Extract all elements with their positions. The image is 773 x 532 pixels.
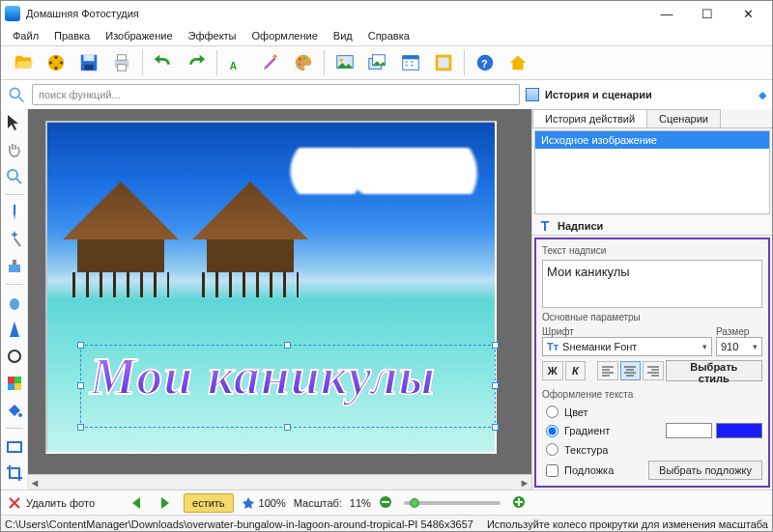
menu-edit[interactable]: Правка — [46, 28, 98, 43]
titlebar: Домашняя Фотостудия — ☐ ✕ — [1, 1, 772, 26]
decor-label: Оформление текста — [542, 389, 762, 400]
calendar-button[interactable] — [396, 48, 425, 77]
svg-rect-39 — [8, 442, 21, 452]
bold-button[interactable]: Ж — [542, 361, 563, 380]
sharpen-tool[interactable] — [5, 320, 24, 339]
menu-view[interactable]: Вид — [326, 28, 360, 43]
dodge-tool[interactable] — [5, 347, 24, 366]
svg-point-33 — [9, 350, 20, 362]
menu-effects[interactable]: Эффекты — [181, 28, 244, 43]
history-item[interactable]: Исходное изображение — [535, 131, 769, 149]
opt-underlay[interactable]: Подложка Выбрать подложку — [546, 461, 762, 480]
svg-line-30 — [14, 238, 20, 246]
brush-tool[interactable] — [5, 203, 24, 222]
italic-button[interactable]: К — [565, 361, 587, 380]
caption-text-input[interactable]: Мои каникулы — [542, 260, 762, 308]
align-left-button[interactable] — [597, 361, 618, 380]
menu-design[interactable]: Оформление — [244, 28, 326, 43]
app-icon — [5, 6, 20, 21]
crop-tool[interactable] — [5, 463, 24, 483]
svg-point-2 — [49, 61, 53, 65]
svg-rect-35 — [14, 377, 21, 383]
shape-tool[interactable] — [5, 436, 24, 456]
scale-value: 11% — [350, 497, 371, 509]
svg-rect-7 — [84, 65, 93, 70]
pin-icon[interactable]: ◆ — [759, 89, 766, 101]
zoom-out-button[interactable] — [379, 495, 392, 511]
color-tool[interactable] — [5, 374, 24, 393]
reel-button[interactable] — [42, 48, 71, 77]
gradient-from-color[interactable] — [666, 423, 712, 438]
fit-button[interactable]: естить — [184, 493, 234, 513]
choose-style-button[interactable]: Выбрать стиль — [666, 360, 762, 381]
save-button[interactable] — [74, 48, 103, 77]
menu-help[interactable]: Справка — [360, 28, 417, 43]
zoom-slider[interactable] — [404, 501, 501, 505]
status-hint: Используйте колесо прокрутки для изменен… — [487, 518, 768, 530]
svg-text:?: ? — [481, 59, 487, 70]
image-canvas[interactable]: Мои каникулы — [45, 121, 497, 454]
next-photo-button[interactable] — [157, 495, 176, 511]
print-button[interactable] — [107, 48, 136, 77]
captions-panel-title: Надписи — [558, 220, 603, 232]
tab-scenarios[interactable]: Сценарии — [646, 109, 721, 127]
menu-image[interactable]: Изображение — [98, 28, 180, 43]
opt-gradient[interactable]: Градиент — [546, 423, 762, 438]
zoom-in-button[interactable] — [512, 495, 526, 511]
history-panel-title: История и сценарии — [545, 89, 652, 100]
opt-texture[interactable]: Текстура — [546, 443, 762, 456]
history-icon — [526, 88, 539, 101]
tab-history[interactable]: История действий — [532, 109, 647, 127]
svg-rect-6 — [84, 55, 95, 61]
svg-rect-41 — [382, 501, 389, 503]
home-button[interactable] — [503, 48, 532, 77]
help-button[interactable]: ? — [471, 48, 500, 77]
blur-tool[interactable] — [5, 293, 24, 312]
picture-button[interactable] — [330, 48, 359, 77]
align-right-button[interactable] — [643, 361, 664, 380]
search-input[interactable] — [32, 84, 520, 105]
undo-button[interactable] — [149, 48, 178, 77]
brush-button[interactable] — [256, 48, 285, 77]
right-panel: История действий Сценарии Исходное изобр… — [531, 109, 772, 490]
zoom-tool[interactable] — [5, 167, 24, 186]
redo-button[interactable] — [182, 48, 211, 77]
fill-tool[interactable] — [5, 401, 24, 420]
pointer-tool[interactable] — [5, 113, 24, 132]
history-list[interactable]: Исходное изображение — [534, 130, 770, 214]
scale-label: Масштаб: — [294, 497, 342, 509]
font-select[interactable]: Tт Sнеманки Fонт ▾ — [542, 337, 712, 356]
minimize-button[interactable]: — — [646, 1, 687, 26]
menu-file[interactable]: Файл — [5, 28, 46, 43]
svg-point-3 — [60, 61, 64, 65]
clone-tool[interactable] — [5, 257, 24, 276]
zoom-100-button[interactable]: 100% — [242, 496, 286, 510]
delete-photo-button[interactable]: Удалить фото — [7, 495, 95, 511]
maximize-button[interactable]: ☐ — [687, 1, 728, 26]
close-button[interactable]: ✕ — [728, 1, 768, 26]
text-button[interactable]: A — [223, 48, 252, 77]
svg-rect-23 — [439, 58, 449, 69]
open-button[interactable] — [9, 48, 38, 77]
pictures-button[interactable] — [363, 48, 392, 77]
wand-tool[interactable] — [5, 230, 24, 249]
size-select[interactable]: 910▾ — [716, 337, 762, 356]
canvas-area[interactable]: Мои каникулы ◄► — [28, 109, 531, 490]
svg-point-15 — [303, 57, 306, 60]
palette-button[interactable] — [289, 48, 318, 77]
choose-underlay-button[interactable]: Выбрать подложку — [648, 461, 762, 480]
svg-point-4 — [54, 67, 58, 70]
text-selection[interactable] — [80, 345, 496, 428]
svg-rect-31 — [9, 265, 20, 272]
history-tabs: История действий Сценарии — [532, 109, 772, 128]
h-scrollbar[interactable]: ◄► — [28, 474, 531, 490]
gradient-to-color[interactable] — [716, 423, 762, 438]
svg-rect-21 — [403, 56, 419, 60]
opt-color[interactable]: Цвет — [546, 406, 762, 418]
prev-photo-button[interactable] — [129, 495, 149, 511]
frame-button[interactable] — [429, 48, 458, 77]
align-center-button[interactable] — [620, 361, 642, 380]
captions-panel-header[interactable]: T Надписи — [532, 216, 772, 236]
hand-tool[interactable] — [5, 140, 24, 159]
svg-rect-36 — [8, 383, 14, 390]
